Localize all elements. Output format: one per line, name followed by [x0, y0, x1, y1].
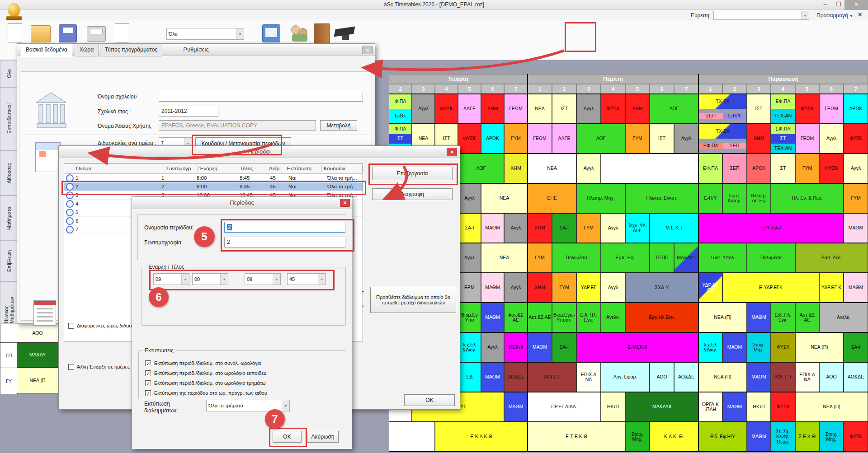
- timetable-cell[interactable]: Στ. Σχ. Κεντρ. Θερμ.: [771, 422, 795, 452]
- periods-close-icon[interactable]: ×: [447, 148, 457, 156]
- timetable-cell[interactable]: ΛΟΓ: [576, 124, 625, 154]
- timetable-cell[interactable]: ΕΗΕ: [528, 183, 576, 213]
- timetable-cell[interactable]: Ειδ. Ηλ. Εγκ.: [576, 303, 601, 332]
- timetable-cell[interactable]: ΝΕΑ (Π): [795, 392, 868, 422]
- timetable-cell[interactable]: ΦΥΣΚ: [771, 332, 795, 362]
- door-icon[interactable]: [314, 23, 330, 43]
- timetable-cell[interactable]: ΜΑΘΜ: [504, 392, 528, 422]
- timetable-cell[interactable]: ΓΥΜ: [528, 243, 552, 273]
- timetable-cell[interactable]: ΗΚτΠ: [747, 392, 771, 422]
- timetable-cell[interactable]: ΧΗΜ: [528, 213, 552, 243]
- timetable-cell[interactable]: ΜΑΘΜ: [722, 392, 747, 422]
- tab-basic-data[interactable]: Βασικά δεδομένα: [21, 44, 72, 57]
- timetable-cell[interactable]: ΣΑ-Ι: [458, 213, 481, 243]
- print-checkbox-4[interactable]: ✓: [145, 390, 151, 396]
- students-icon[interactable]: [290, 24, 309, 42]
- timetable-cell[interactable]: ΙΣΤ: [552, 94, 576, 124]
- end-hour-select[interactable]: 09▼: [245, 273, 281, 285]
- settings-close-icon[interactable]: ×: [362, 46, 373, 54]
- timetable-cell[interactable]: ΥΔΡ.ΑΠ ΟΧ: [698, 273, 722, 303]
- timetable-cell[interactable]: ΜΕΚ-ΙΙ: [504, 332, 528, 362]
- timetable-cell[interactable]: ΜΑΘΜ: [481, 303, 504, 332]
- view-select[interactable]: Όλο▼: [166, 28, 244, 40]
- app-bell-icon[interactable]: [6, 2, 23, 24]
- class-row-header[interactable]: ΓΥ: [0, 368, 18, 394]
- timetable-cell[interactable]: ΕΦ.ΠΛΣΤΤΕΧ-ΑΝ: [771, 124, 795, 154]
- timetable-cell[interactable]: Στοιχ. Μηχ.: [747, 332, 771, 362]
- timetable-cell[interactable]: ΝΕΑ: [528, 94, 552, 124]
- timetable-cell[interactable]: ΣΕΠ: [722, 154, 747, 183]
- timetable-cell[interactable]: ΜΑΘΜ: [747, 303, 771, 332]
- timetable-cell[interactable]: Αγγλ: [844, 154, 868, 183]
- timetable-cell[interactable]: ΣΑ-Ι: [552, 332, 576, 362]
- period-column-header[interactable]: 2: [722, 84, 747, 94]
- timetable-cell[interactable]: Ε-ΥΔΡ.ΕΓΚ: [722, 273, 819, 303]
- timetable-cell[interactable]: ΙΣΤ: [747, 94, 771, 124]
- timetable-cell[interactable]: ΓΕΩΜ: [528, 124, 552, 154]
- timetable-cell[interactable]: ΧΗΜ: [481, 94, 504, 124]
- timetable-cell[interactable]: ΓΥΜ: [795, 154, 819, 183]
- timetable-cell[interactable]: Φ.ΠΛΕ-Θκ: [389, 94, 412, 124]
- timetable-cell[interactable]: ΑΟ&ΔΕ: [674, 362, 698, 392]
- timetable-cell[interactable]: ΓΕΩΜ: [504, 94, 528, 124]
- timetable-cell[interactable]: ΕΦ.ΠΛΤΕΧ-ΑΝ: [771, 94, 795, 124]
- timetable-cell[interactable]: ΕΦ.ΠΛ: [698, 154, 722, 183]
- timetable-cell[interactable]: Ε-Η/Υ: [698, 183, 722, 213]
- periods-ok-button[interactable]: OK: [404, 394, 455, 406]
- timetable-cell[interactable]: ΧΗΜ: [528, 273, 552, 303]
- timetable-cell[interactable]: ΝΕΑ: [481, 183, 528, 213]
- timetable-cell[interactable]: ΕΡΜ: [458, 273, 481, 303]
- timetable-cell[interactable]: ΦΥΣΚ: [844, 422, 868, 452]
- timetable-cell[interactable]: ΣΤ: [771, 154, 795, 183]
- period-column-header[interactable]: 6: [819, 84, 844, 94]
- timetable-cell[interactable]: ΟΡΓΑ.Κ .ΠΛΗ: [698, 392, 722, 422]
- period-column-header[interactable]: 2: [389, 84, 412, 94]
- timetable-cell[interactable]: ΕΠΙΧ.Α ΝΑ: [576, 362, 601, 392]
- period-column-header[interactable]: 4: [435, 84, 458, 94]
- period-column-header[interactable]: 3: [747, 84, 771, 94]
- timetable-cell[interactable]: Κ.Λ.Κ. Θ.: [650, 422, 698, 452]
- timetable-cell[interactable]: ΑΛΓΕ: [552, 124, 576, 154]
- timetable-cell[interactable]: ΑΡΟΚ: [844, 94, 868, 124]
- book-icon[interactable]: [262, 24, 280, 42]
- timetable-cell[interactable]: ΑΡΟΚ: [747, 154, 771, 183]
- graduation-cap-icon[interactable]: [335, 26, 356, 42]
- timetable-cell[interactable]: ΦΥΣΚ: [458, 124, 481, 154]
- timetable-cell[interactable]: Αγγλ: [576, 154, 601, 183]
- print-checkbox-1[interactable]: ✓: [145, 360, 151, 366]
- timetable-cell[interactable]: Αγγλ: [601, 213, 625, 243]
- timetable-cell[interactable]: Ε-ΜΕΚ-ΙΙ: [576, 332, 698, 362]
- timetable-cell[interactable]: Ανελκ.: [819, 303, 868, 332]
- timetable-cell[interactable]: ΛΟΓ.ΕΤ: [528, 362, 576, 392]
- period-column-header[interactable]: 7: [504, 84, 528, 94]
- timetable-cell[interactable]: Αγγλ: [504, 273, 528, 303]
- customize-close-icon[interactable]: ×: [858, 11, 862, 18]
- timetable-cell[interactable]: Βιομ.Εγκ.-Υποστ.: [552, 303, 576, 332]
- timetable-cell[interactable]: Αυτ.&Σ ΑΕ: [795, 303, 819, 332]
- timetable-cell[interactable]: ΦΥΣΚ: [844, 124, 868, 154]
- timetable-cell[interactable]: Τεχ.Ελ. &Διαγ.: [458, 332, 481, 362]
- page-preview-icon[interactable]: [115, 23, 129, 42]
- timetable-cell[interactable]: Μ.Ε.Κ. Ι: [650, 213, 698, 243]
- start-minute-select[interactable]: 00▼: [192, 273, 228, 285]
- timetable-cell[interactable]: ΝΕΑ (Π): [698, 303, 747, 332]
- timetable-cell[interactable]: ΝΕΑ (Π): [795, 332, 844, 362]
- timetable-cell[interactable]: Πολυμέσα: [747, 243, 795, 273]
- view-select-arrow-icon[interactable]: ▼: [236, 28, 244, 39]
- timetable-cell[interactable]: ΤΧ-ΣΧΣΕΠΕ-Η/Υ: [698, 94, 747, 124]
- timetable-cell[interactable]: ΤΧ-ΣΧΕΦ.ΠΛΣΕΠ: [698, 124, 747, 154]
- timetable-cell[interactable]: ΣΑ-Ι: [552, 213, 576, 243]
- minimize-button[interactable]: –: [821, 1, 830, 9]
- print-breaks-select[interactable]: Όλα τα τμήματα▼: [206, 400, 290, 411]
- timetable-cell[interactable]: ΤΠΠΠ: [650, 243, 674, 273]
- timetable-cell[interactable]: Αυτ.&Σ ΑΕ: [504, 303, 528, 332]
- move-up-icon[interactable]: ↑: [361, 288, 365, 296]
- save-icon[interactable]: [59, 24, 77, 42]
- print-icon[interactable]: [87, 26, 106, 42]
- timetable-cell[interactable]: ΑΛΓΕ: [458, 94, 481, 124]
- period-column-header[interactable]: 5: [458, 84, 481, 94]
- period-column-header[interactable]: 1: [528, 84, 552, 94]
- search-dropdown-icon[interactable]: ▼: [801, 11, 809, 19]
- period-column-header[interactable]: 3: [576, 84, 601, 94]
- timetable-cell[interactable]: ΜΑΘΜ: [844, 273, 868, 303]
